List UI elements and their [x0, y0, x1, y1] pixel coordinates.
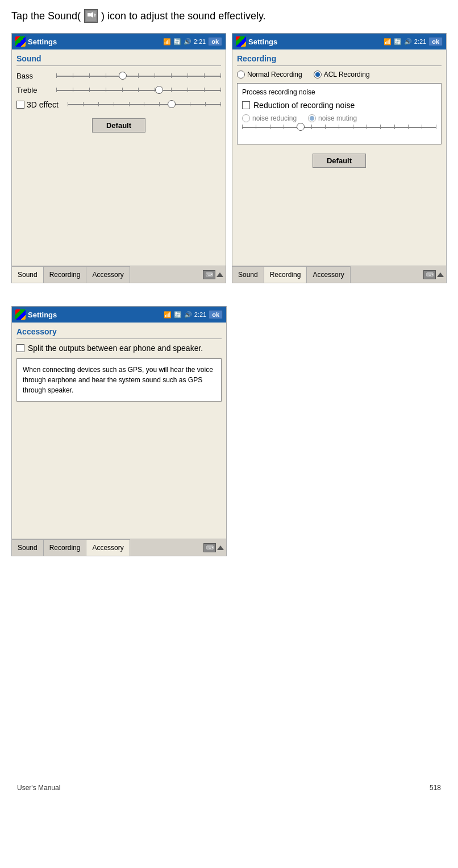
- noise-muting-radio-fill: [310, 116, 314, 121]
- sound-titlebar-title: Settings: [28, 38, 57, 46]
- keyboard-icon-2[interactable]: ⌨: [423, 270, 436, 279]
- treble-label: Treble: [16, 86, 51, 94]
- windows-logo-icon-3: [15, 309, 26, 320]
- accessory-tabs-row: Sound Recording Accessory ⌨: [12, 539, 226, 556]
- volume-icon-2: 🔊: [404, 38, 412, 46]
- arrow-up-icon[interactable]: [216, 272, 223, 277]
- treble-track[interactable]: [56, 90, 221, 91]
- sound-screen-title: Sound: [16, 54, 221, 66]
- sound-default-button[interactable]: Default: [92, 118, 145, 133]
- tab-accessory-3[interactable]: Accessory: [86, 539, 130, 556]
- keyboard-icon[interactable]: ⌨: [203, 270, 215, 279]
- accessory-titlebar-right: 📶 🔄 🔊 2:21 ok: [164, 310, 223, 319]
- accessory-info-box: When connecting devices such as GPS, you…: [16, 358, 222, 402]
- tab-recording-3[interactable]: Recording: [44, 539, 87, 556]
- bass-slider-row: Bass: [16, 72, 221, 80]
- sound-tabs-row: Sound Recording Accessory ⌨: [12, 266, 226, 283]
- tab-accessory[interactable]: Accessory: [86, 266, 130, 283]
- arrow-up-icon-3[interactable]: [217, 545, 224, 550]
- sound-titlebar-left: Settings: [15, 36, 57, 47]
- treble-slider-row: Treble: [16, 86, 221, 94]
- reduction-checkbox-row: Reduction of recording noise: [242, 101, 436, 110]
- noise-options-row: noise reducing noise muting: [242, 114, 436, 122]
- 3d-track[interactable]: [68, 104, 221, 105]
- tab-sound-2[interactable]: Sound: [232, 266, 264, 283]
- footer: User's Manual 518: [11, 784, 447, 792]
- noise-muting-option[interactable]: noise muting: [308, 114, 357, 122]
- sound-settings-icon: [84, 9, 98, 23]
- noise-muting-label: noise muting: [318, 114, 357, 122]
- noise-muting-radio[interactable]: [308, 114, 316, 122]
- 3d-effect-slider-row: 3D effect: [16, 100, 221, 109]
- recording-tabs-row: Sound Recording Accessory ⌨: [232, 266, 446, 283]
- bass-track[interactable]: [56, 76, 221, 77]
- recording-titlebar-right: 📶 🔄 🔊 2:21 ok: [384, 37, 443, 46]
- arrow-up-icon-2[interactable]: [437, 272, 444, 277]
- 3d-effect-checkbox[interactable]: [16, 101, 24, 109]
- top-screenshots-row: Settings 📶 🔄 🔊 2:21 ok Sound Bass: [11, 33, 447, 283]
- acl-recording-radio[interactable]: [314, 71, 322, 78]
- normal-recording-label: Normal Recording: [247, 71, 302, 78]
- recording-options-row: Normal Recording ACL Recording: [237, 71, 442, 78]
- network-icon-3: 🔄: [174, 311, 182, 319]
- reduction-label: Reduction of recording noise: [253, 101, 355, 110]
- noise-slider-container: [242, 127, 436, 135]
- recording-ok-button[interactable]: ok: [428, 37, 443, 46]
- accessory-screenshot: Settings 📶 🔄 🔊 2:21 ok Accessory Split t…: [11, 306, 227, 556]
- keyboard-icon-3[interactable]: ⌨: [203, 543, 216, 552]
- acl-recording-radio-fill: [315, 72, 320, 77]
- reduction-checkbox[interactable]: [242, 101, 250, 109]
- tab-sound-3[interactable]: Sound: [12, 539, 44, 556]
- accessory-titlebar: Settings 📶 🔄 🔊 2:21 ok: [12, 307, 226, 323]
- noise-reducing-radio[interactable]: [242, 114, 250, 122]
- svg-rect-1: [88, 13, 90, 16]
- normal-recording-option[interactable]: Normal Recording: [237, 71, 302, 78]
- sound-ok-button[interactable]: ok: [208, 37, 222, 46]
- accessory-tabs-right: ⌨: [201, 539, 226, 556]
- spacer-1: [11, 283, 447, 295]
- tab-recording[interactable]: Recording: [44, 266, 87, 283]
- recording-default-button[interactable]: Default: [313, 154, 366, 168]
- intro-paragraph: Tap the Sound( ) icon to adjust the soun…: [11, 9, 447, 23]
- accessory-info-text: When connecting devices such as GPS, you…: [23, 366, 213, 394]
- process-noise-title: Process recording noise: [242, 88, 436, 96]
- acl-recording-option[interactable]: ACL Recording: [314, 71, 370, 78]
- 3d-effect-label: 3D effect: [27, 100, 59, 109]
- footer-left: User's Manual: [17, 784, 60, 792]
- intro-text-after: ) icon to adjust the sound effectively.: [101, 10, 266, 22]
- recording-titlebar-left: Settings: [236, 36, 277, 47]
- noise-reducing-label: noise reducing: [252, 114, 297, 122]
- accessory-time: 2:21: [194, 311, 206, 318]
- accessory-screen-title: Accessory: [16, 327, 222, 339]
- noise-slider-track[interactable]: [242, 127, 436, 128]
- normal-recording-radio[interactable]: [237, 71, 245, 78]
- signal-icon: 📶: [163, 38, 171, 46]
- empty-right: [232, 306, 447, 556]
- sound-screenshot: Settings 📶 🔄 🔊 2:21 ok Sound Bass: [11, 33, 226, 283]
- volume-icon: 🔊: [184, 38, 191, 46]
- sound-titlebar-right: 📶 🔄 🔊 2:21 ok: [163, 37, 222, 46]
- windows-logo-icon: [15, 36, 26, 47]
- split-checkbox[interactable]: [16, 344, 24, 352]
- process-noise-box: Process recording noise Reduction of rec…: [237, 83, 442, 144]
- tab-recording-2[interactable]: Recording: [264, 266, 307, 283]
- accessory-ok-button[interactable]: ok: [209, 310, 223, 319]
- sound-tabs-right: ⌨: [201, 266, 226, 283]
- sound-time: 2:21: [194, 38, 206, 45]
- tab-accessory-2[interactable]: Accessory: [307, 266, 350, 283]
- signal-icon-2: 📶: [384, 38, 392, 46]
- recording-time: 2:21: [414, 38, 426, 45]
- sound-screen-content: Sound Bass: [12, 49, 226, 266]
- accessory-screen-content: Accessory Split the outputs between ear …: [12, 323, 226, 539]
- tab-sound[interactable]: Sound: [12, 266, 44, 283]
- accessory-titlebar-title: Settings: [28, 311, 57, 319]
- acl-recording-label: ACL Recording: [324, 71, 370, 78]
- bottom-screenshots-row: Settings 📶 🔄 🔊 2:21 ok Accessory Split t…: [11, 306, 447, 556]
- noise-reducing-option[interactable]: noise reducing: [242, 114, 297, 122]
- recording-titlebar-title: Settings: [248, 38, 277, 46]
- volume-icon-3: 🔊: [184, 311, 192, 319]
- recording-titlebar: Settings 📶 🔄 🔊 2:21 ok: [232, 34, 446, 49]
- accessory-titlebar-left: Settings: [15, 309, 57, 320]
- intro-text-before: Tap the Sound(: [11, 10, 81, 22]
- split-checkbox-row: Split the outputs between ear phone and …: [16, 344, 222, 353]
